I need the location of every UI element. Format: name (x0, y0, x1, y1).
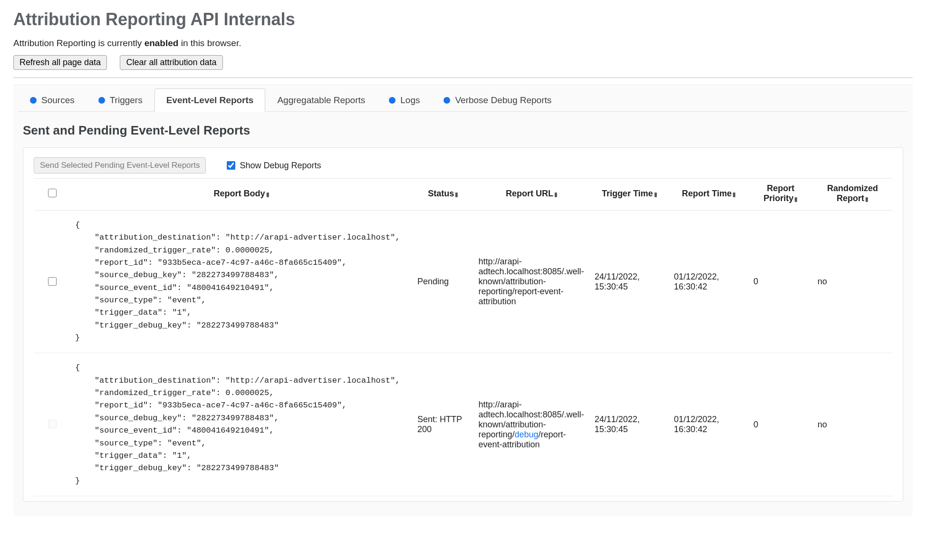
header-status-label: Status (428, 189, 454, 198)
select-all-checkbox[interactable] (48, 189, 57, 197)
reports-panel: Send Selected Pending Event-Level Report… (23, 147, 903, 502)
show-debug-checkbox[interactable] (227, 161, 235, 170)
header-report-time[interactable]: Report Time▮ (669, 179, 749, 211)
status-cell: Pending (413, 211, 474, 353)
report-body-json: { "attribution_destination": "http://ara… (75, 362, 408, 487)
header-priority-label: Report Priority (763, 183, 794, 203)
header-report-body-label: Report Body (214, 189, 265, 198)
tab-label: Sources (41, 95, 75, 106)
tab-event-level-reports[interactable]: Event-Level Reports (154, 88, 266, 112)
url-debug-segment: debug (515, 430, 539, 439)
table-header-row: Report Body▮ Status▮ Report URL▮ Trigger… (34, 179, 892, 211)
tab-aggregatable-reports[interactable]: Aggregatable Reports (265, 88, 377, 112)
header-report-body[interactable]: Report Body▮ (70, 179, 413, 211)
tab-sources[interactable]: Sources (18, 88, 87, 112)
tabs: SourcesTriggersEvent-Level ReportsAggreg… (18, 85, 908, 112)
tab-label: Triggers (110, 95, 143, 106)
header-priority[interactable]: Report Priority▮ (749, 179, 813, 211)
report-url-cell: http://arapi-adtech.localhost:8085/.well… (473, 353, 589, 496)
tab-dot-icon (444, 97, 450, 104)
priority-cell: 0 (749, 353, 813, 496)
report-url-cell: http://arapi-adtech.localhost:8085/.well… (473, 211, 589, 353)
randomized-cell: no (813, 211, 892, 353)
url-text: http://arapi-adtech.localhost:8085/.well… (478, 257, 584, 306)
randomized-cell: no (813, 353, 892, 496)
header-trigger-time[interactable]: Trigger Time▮ (590, 179, 669, 211)
status-enabled: enabled (145, 38, 179, 48)
controls-row: Send Selected Pending Event-Level Report… (34, 157, 892, 174)
tab-label: Aggregatable Reports (277, 95, 365, 106)
tab-dot-icon (30, 97, 37, 104)
tab-triggers[interactable]: Triggers (87, 88, 154, 112)
trigger-time-cell: 24/11/2022, 15:30:45 (590, 211, 669, 353)
status-cell: Sent: HTTP 200 (413, 353, 474, 496)
report-time-cell: 01/12/2022, 16:30:42 (669, 211, 749, 353)
table-row: { "attribution_destination": "http://ara… (34, 353, 892, 496)
header-randomized[interactable]: Randomized Report▮ (813, 179, 892, 211)
tab-label: Event-Level Reports (166, 95, 254, 106)
page-title: Attribution Reporting API Internals (13, 10, 913, 29)
status-line: Attribution Reporting is currently enabl… (13, 38, 913, 48)
table-row: { "attribution_destination": "http://ara… (34, 211, 892, 353)
divider (13, 77, 913, 78)
show-debug-wrap[interactable]: Show Debug Reports (225, 160, 321, 171)
tab-area: SourcesTriggersEvent-Level ReportsAggreg… (13, 85, 913, 516)
report-time-cell: 01/12/2022, 16:30:42 (669, 353, 749, 496)
section-title: Sent and Pending Event-Level Reports (23, 123, 908, 138)
report-body-json: { "attribution_destination": "http://ara… (75, 219, 408, 344)
status-prefix: Attribution Reporting is currently (13, 38, 145, 48)
tab-dot-icon (98, 97, 105, 104)
header-report-url[interactable]: Report URL▮ (473, 179, 589, 211)
clear-button[interactable]: Clear all attribution data (120, 55, 222, 70)
header-report-time-label: Report Time (682, 189, 732, 198)
header-select-all (34, 179, 70, 211)
header-randomized-label: Randomized Report (827, 183, 878, 203)
header-status[interactable]: Status▮ (413, 179, 474, 211)
priority-cell: 0 (749, 211, 813, 353)
row-select-checkbox (48, 420, 57, 428)
tab-logs[interactable]: Logs (377, 88, 432, 112)
tab-verbose-debug-reports[interactable]: Verbose Debug Reports (432, 88, 563, 112)
tab-label: Logs (400, 95, 420, 106)
tab-label: Verbose Debug Reports (455, 95, 551, 106)
refresh-button[interactable]: Refresh all page data (13, 55, 107, 70)
status-suffix: in this browser. (178, 38, 241, 48)
send-selected-button[interactable]: Send Selected Pending Event-Level Report… (34, 157, 206, 174)
reports-table: Report Body▮ Status▮ Report URL▮ Trigger… (34, 178, 892, 496)
show-debug-label: Show Debug Reports (240, 161, 321, 171)
header-report-url-label: Report URL (506, 189, 553, 198)
trigger-time-cell: 24/11/2022, 15:30:45 (590, 353, 669, 496)
row-select-checkbox[interactable] (48, 277, 57, 286)
header-trigger-time-label: Trigger Time (602, 189, 653, 198)
tab-dot-icon (389, 97, 395, 104)
